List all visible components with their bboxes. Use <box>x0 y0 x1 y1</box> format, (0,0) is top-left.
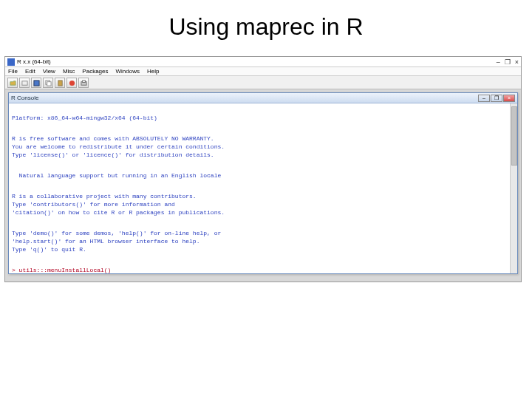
scrollbar-vertical[interactable] <box>510 103 517 273</box>
scrollbar-thumb[interactable] <box>511 106 517 166</box>
menu-file[interactable]: File <box>8 68 18 75</box>
svg-rect-7 <box>82 80 85 82</box>
app-title: R x.x (64-bit) <box>17 58 497 65</box>
menu-edit[interactable]: Edit <box>25 68 35 75</box>
app-titlebar[interactable]: R x.x (64-bit) – ❐ × <box>5 57 521 67</box>
console-maximize-button[interactable]: ❐ <box>491 95 502 102</box>
menu-view[interactable]: View <box>43 68 55 75</box>
svg-rect-1 <box>33 80 38 85</box>
slide-title: Using maprec in R <box>0 0 532 47</box>
console-titlebar[interactable]: R Console – ❐ × <box>9 93 517 103</box>
console-line: 'citation()' on how to cite R or R packa… <box>12 209 225 216</box>
console-line: You are welcome to redistribute it under… <box>12 143 225 150</box>
console-title: R Console <box>11 95 478 101</box>
load-icon[interactable] <box>19 78 30 88</box>
console-line: Type 'q()' to quit R. <box>12 246 86 253</box>
svg-rect-0 <box>21 81 27 84</box>
console-line: Natural language support but running in … <box>12 172 221 179</box>
save-icon[interactable] <box>31 78 41 88</box>
stop-icon[interactable] <box>66 78 77 88</box>
console-line: R is a collaborative project with many c… <box>12 193 197 200</box>
paste-icon[interactable] <box>55 78 65 88</box>
console-close-button[interactable]: × <box>503 95 515 102</box>
menu-windows[interactable]: Windows <box>115 68 139 75</box>
maximize-button[interactable]: ❐ <box>505 58 511 66</box>
copy-icon[interactable] <box>43 78 53 88</box>
svg-rect-3 <box>47 81 50 85</box>
svg-rect-4 <box>58 80 61 85</box>
console-line: Type 'contributors()' for more informati… <box>12 201 175 208</box>
mdi-workspace: R Console – ❐ × Platform: x86_64-w64-min… <box>5 89 521 282</box>
console-minimize-button[interactable]: – <box>478 95 490 102</box>
menubar: File Edit View Misc Packages Windows Hel… <box>5 67 521 76</box>
close-button[interactable]: × <box>515 58 519 66</box>
console-output[interactable]: Platform: x86_64-w64-mingw32/x64 (64-bit… <box>9 103 517 273</box>
menu-packages[interactable]: Packages <box>82 68 108 75</box>
print-icon[interactable] <box>78 78 89 88</box>
svg-point-5 <box>69 80 74 85</box>
toolbar <box>5 76 521 89</box>
r-icon <box>7 58 15 66</box>
console-line: 'help.start()' for an HTML browser inter… <box>12 238 200 245</box>
console-line: R is free software and comes with ABSOLU… <box>12 135 214 142</box>
console-line: Type 'license()' or 'licence()' for dist… <box>12 151 214 158</box>
console-line: Type 'demo()' for some demos, 'help()' f… <box>12 230 221 236</box>
console-line: Platform: x86_64-w64-mingw32/x64 (64-bit… <box>12 115 157 121</box>
open-icon[interactable] <box>7 78 18 88</box>
minimize-button[interactable]: – <box>497 58 500 66</box>
r-console-window: R Console – ❐ × Platform: x86_64-w64-min… <box>8 92 518 274</box>
console-input-line: > utils:::menuInstallLocal() <box>12 267 111 273</box>
console-window-buttons: – ❐ × <box>478 95 515 102</box>
window-buttons: – ❐ × <box>497 58 519 66</box>
menu-misc[interactable]: Misc <box>63 68 75 75</box>
menu-help[interactable]: Help <box>147 68 159 75</box>
rgui-window: R x.x (64-bit) – ❐ × File Edit View Misc… <box>4 56 522 282</box>
